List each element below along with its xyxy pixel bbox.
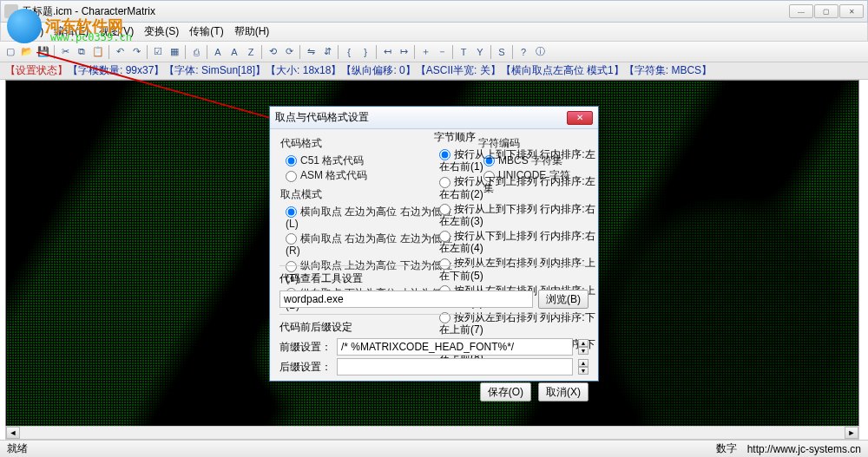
status-url: http://www.jc-systems.cn [747, 443, 861, 455]
browse-button[interactable]: 浏览(B) [538, 290, 589, 309]
info-icon[interactable]: ⓘ [532, 44, 548, 60]
S-bold-icon[interactable]: S [494, 44, 510, 60]
status-label: 【设置状态】 [5, 63, 68, 78]
rotate-left-icon[interactable]: ⟲ [265, 44, 280, 60]
byte-order-radio[interactable] [439, 204, 450, 215]
A-icon[interactable]: A [227, 44, 242, 60]
print-icon[interactable]: ⎙ [188, 44, 204, 60]
menu-item[interactable]: 编辑(E) [49, 23, 94, 41]
loop-left-icon[interactable]: { [341, 44, 357, 60]
point-mode-radio[interactable] [286, 206, 297, 218]
scroll-right-button[interactable]: ► [845, 427, 858, 439]
zoom-in-icon[interactable]: ＋ [418, 44, 433, 60]
byte-order-option[interactable]: 按行从上到下排列 行内排序:右在左前(3) [439, 203, 595, 227]
status-ready: 就绪 [7, 441, 28, 456]
flip-h-icon[interactable]: ⇋ [303, 44, 319, 60]
byte-order-option[interactable]: 按行从上到下排列 行内排序:左在右前(1) [439, 148, 595, 173]
suffix-input[interactable] [337, 358, 573, 375]
byte-order-radio[interactable] [439, 149, 450, 160]
prefix-label: 前缀设置： [279, 340, 332, 355]
prefix-input[interactable] [337, 338, 573, 356]
copy-icon[interactable]: ⧉ [74, 44, 89, 60]
flip-v-icon[interactable]: ⇵ [319, 44, 335, 60]
window-titlebar: 无标题.icm - CharacterMatrix — ▢ ✕ [0, 0, 868, 23]
dialog-titlebar[interactable]: 取点与代码格式设置 ✕ [270, 107, 598, 129]
menu-item[interactable]: 视图(V) [94, 23, 139, 41]
undo-icon[interactable]: ↶ [112, 44, 128, 60]
A-icon[interactable]: A [210, 44, 226, 60]
status-bar: 就绪 数字 http://www.jc-systems.cn [0, 440, 868, 457]
dialog-lower: 代码查看工具设置 浏览(B) 代码前后缀设定 前缀设置： ▲▼ 后缀设置： ▲▼… [279, 260, 589, 402]
text-icon[interactable]: T [456, 44, 471, 60]
dialog-close-button[interactable]: ✕ [567, 111, 593, 125]
zoom-out-icon[interactable]: － [434, 44, 450, 60]
redo-icon[interactable]: ↷ [128, 44, 144, 60]
window-maximize[interactable]: ▢ [814, 4, 838, 18]
byte-order-option[interactable]: 按行从下到上排列 行内排序:左在右前(2) [439, 175, 595, 199]
menu-item[interactable]: 帮助(H) [229, 23, 275, 41]
menu-item[interactable]: 传输(T) [184, 23, 228, 41]
menu-item[interactable]: 文件(F) [4, 23, 49, 41]
code-format-radio[interactable] [286, 171, 297, 182]
open-icon[interactable]: 📂 [19, 44, 35, 60]
byte-order-option[interactable]: 按行从下到上排列 行内排序:右在左前(4) [439, 230, 595, 254]
menu-bar: 文件(F)编辑(E)视图(V)变换(S)传输(T)帮助(H) [0, 23, 868, 42]
scroll-left-button[interactable]: ◄ [6, 427, 20, 439]
suffix-spinner[interactable]: ▲▼ [578, 359, 589, 375]
dialog-title: 取点与代码格式设置 [275, 110, 567, 125]
code-format-radio[interactable] [286, 155, 297, 166]
group-affix: 代码前后缀设定 前缀设置： ▲▼ 后缀设置： ▲▼ [279, 320, 589, 375]
save-icon[interactable]: 💾 [36, 44, 51, 60]
help-icon[interactable]: ? [516, 44, 531, 60]
rotate-right-icon[interactable]: ⟳ [281, 44, 297, 60]
window-title: 无标题.icm - CharacterMatrix [22, 4, 789, 19]
group-viewer: 代码查看工具设置 浏览(B) [279, 271, 589, 309]
point-mode-radio[interactable] [286, 233, 297, 245]
prefix-spinner[interactable]: ▲▼ [578, 339, 589, 355]
new-icon[interactable]: ▢ [3, 44, 18, 60]
window-close[interactable]: ✕ [839, 4, 864, 18]
paste-icon[interactable]: 📋 [90, 44, 106, 60]
window-minimize[interactable]: — [789, 4, 813, 18]
byte-order-radio[interactable] [439, 177, 450, 188]
bracket-left-icon[interactable]: ↤ [379, 44, 395, 60]
save-button[interactable]: 保存(O) [480, 382, 531, 402]
byte-order-radio[interactable] [439, 231, 450, 242]
Z-icon[interactable]: Z [243, 44, 259, 60]
check-icon[interactable]: ☑ [150, 44, 166, 60]
status-info-bar: 【设置状态】 【字模数量: 99x37】【字体: SimSun[18]】【大小:… [0, 62, 868, 80]
viewer-path-input[interactable] [279, 291, 533, 308]
bracket-right-icon[interactable]: ↦ [396, 44, 411, 60]
toolbar: ▢📂💾✂⧉📋↶↷☑▦⎙AAZ⟲⟳⇋⇵{}↤↦＋－TYS?ⓘ [0, 42, 868, 62]
status-details: 【字模数量: 99x37】【字体: SimSun[18]】【大小: 18x18】… [68, 63, 712, 78]
loop-right-icon[interactable]: } [358, 44, 373, 60]
status-numlock: 数字 [716, 441, 737, 456]
cancel-button[interactable]: 取消(X) [538, 382, 589, 402]
cut-icon[interactable]: ✂ [57, 44, 73, 60]
suffix-label: 后缀设置： [279, 360, 332, 375]
canvas-scrollbar-horizontal[interactable]: ◄ ► [5, 426, 859, 440]
Y-icon[interactable]: Y [472, 44, 488, 60]
app-icon [4, 4, 18, 18]
grid-icon[interactable]: ▦ [167, 44, 182, 60]
menu-item[interactable]: 变换(S) [139, 23, 184, 41]
